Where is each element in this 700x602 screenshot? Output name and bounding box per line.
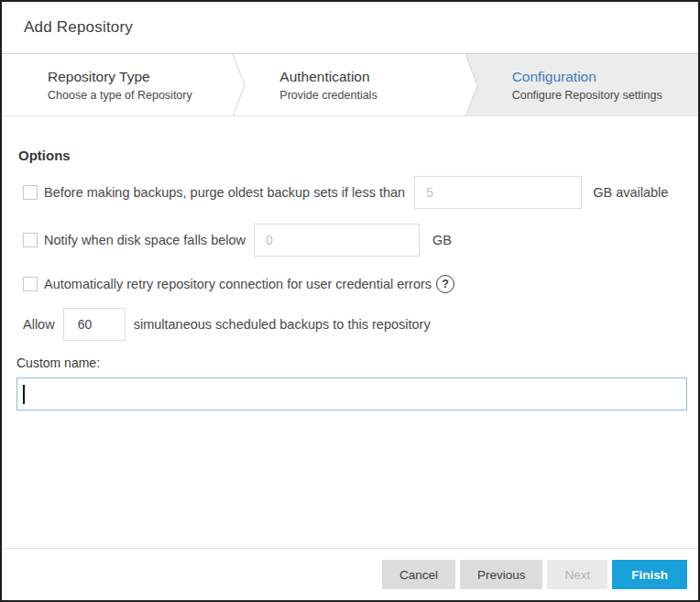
purge-label: Before making backups, purge oldest back… bbox=[44, 185, 405, 200]
step-title: Configuration bbox=[512, 69, 698, 85]
step-subtitle: Choose a type of Repository bbox=[48, 89, 234, 102]
previous-button[interactable]: Previous bbox=[460, 560, 543, 589]
notify-label: Notify when disk space falls below bbox=[44, 233, 246, 247]
step-configuration[interactable]: Configuration Configure Repository setti… bbox=[466, 54, 698, 115]
step-title: Authentication bbox=[279, 69, 465, 85]
purge-checkbox[interactable] bbox=[23, 185, 38, 200]
configuration-panel: Options Before making backups, purge old… bbox=[2, 148, 698, 410]
dialog-header: Add Repository bbox=[2, 2, 698, 54]
wizard-steps: Repository Type Choose a type of Reposit… bbox=[2, 54, 698, 116]
next-button[interactable]: Next bbox=[547, 560, 607, 589]
chevron-right-icon bbox=[465, 54, 480, 116]
step-authentication[interactable]: Authentication Provide credentials bbox=[234, 54, 465, 115]
allow-prefix: Allow bbox=[23, 317, 55, 332]
purge-option-row: Before making backups, purge oldest back… bbox=[23, 176, 684, 209]
retry-option-row: Automatically retry repository connectio… bbox=[23, 275, 684, 293]
text-caret bbox=[23, 385, 25, 404]
allow-suffix: simultaneous scheduled backups to this r… bbox=[134, 317, 431, 332]
chevron-right-icon bbox=[233, 54, 247, 116]
options-heading: Options bbox=[18, 148, 684, 163]
cancel-button[interactable]: Cancel bbox=[382, 560, 455, 589]
dialog-title: Add Repository bbox=[24, 18, 133, 37]
custom-name-input[interactable] bbox=[16, 378, 687, 410]
notify-checkbox[interactable] bbox=[23, 233, 38, 247]
step-repository-type[interactable]: Repository Type Choose a type of Reposit… bbox=[2, 54, 234, 115]
allow-option-row: Allow simultaneous scheduled backups to … bbox=[23, 308, 684, 341]
step-subtitle: Provide credentials bbox=[279, 89, 465, 102]
notify-threshold-input[interactable] bbox=[254, 224, 420, 257]
add-repository-dialog: Add Repository Repository Type Choose a … bbox=[0, 0, 700, 602]
dialog-footer: Cancel Previous Next Finish bbox=[2, 548, 698, 600]
simultaneous-backups-input[interactable] bbox=[63, 308, 126, 341]
retry-label: Automatically retry repository connectio… bbox=[44, 277, 432, 291]
purge-threshold-input[interactable] bbox=[414, 176, 582, 209]
step-subtitle: Configure Repository settings bbox=[512, 89, 698, 102]
notify-suffix: GB bbox=[432, 233, 452, 247]
custom-name-label: Custom name: bbox=[16, 356, 684, 370]
retry-checkbox[interactable] bbox=[23, 277, 38, 291]
finish-button[interactable]: Finish bbox=[612, 560, 687, 589]
help-icon[interactable]: ? bbox=[436, 275, 454, 293]
step-title: Repository Type bbox=[48, 69, 234, 85]
purge-suffix: GB available bbox=[593, 185, 668, 200]
notify-option-row: Notify when disk space falls below GB bbox=[23, 224, 684, 257]
